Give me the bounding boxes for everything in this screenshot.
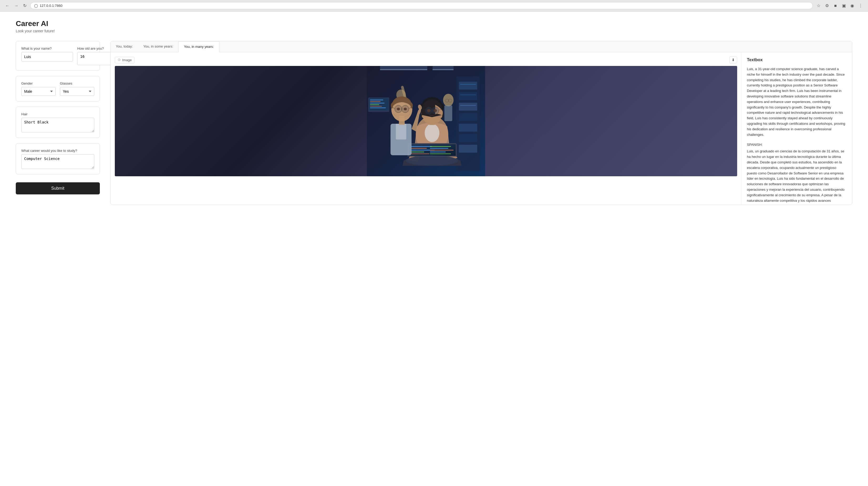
name-input[interactable] <box>21 52 73 61</box>
forward-button[interactable]: → <box>13 2 20 9</box>
scene-svg <box>115 66 737 176</box>
submit-button[interactable]: Submit <box>16 182 100 194</box>
download-button[interactable]: ⬇ <box>729 57 737 63</box>
gender-glasses-section: Gender Male Female Other Glasses Yes No <box>16 76 100 101</box>
textbox-title: Textbox <box>747 58 847 62</box>
tab-content: ⚆ Image ⬇ <box>111 52 852 205</box>
career-group: What career would you like to study? Com… <box>21 149 94 169</box>
settings-icon[interactable]: ⚙ <box>824 3 830 9</box>
page-content: Career AI Look your career future! What … <box>0 11 868 486</box>
form-panel: What is your name? How old are you? 16 G… <box>16 41 100 194</box>
gender-label: Gender <box>21 82 56 85</box>
address-bar[interactable]: ◯ 127.0.0.1:7860 <box>30 2 813 9</box>
textbox-section: Textbox Luis, a 31-year-old computer sci… <box>742 52 852 205</box>
hair-label: Hair <box>21 112 94 116</box>
tabs-bar: You, today: You, in some years: You, in … <box>111 41 852 52</box>
tab-today[interactable]: You, today: <box>111 41 138 52</box>
image-header: ⚆ Image ⬇ <box>115 57 737 63</box>
svg-rect-69 <box>367 66 485 176</box>
bookmark-icon[interactable]: ☆ <box>815 3 822 9</box>
browser-icons: ☆ ⚙ ■ ▣ ◉ ⋮ <box>815 3 864 9</box>
gender-group: Gender Male Female Other <box>21 82 56 96</box>
name-label: What is your name? <box>21 47 73 51</box>
image-icon: ⚆ <box>118 58 121 62</box>
career-label: What career would you like to study? <box>21 149 94 153</box>
glasses-select[interactable]: Yes No <box>60 87 94 96</box>
image-label-text: Image <box>122 58 132 62</box>
lock-icon: ◯ <box>34 4 38 8</box>
english-text: Luis, a 31-year-old computer science gra… <box>747 66 847 138</box>
apps-icon[interactable]: ▣ <box>841 3 847 9</box>
tab-many-years[interactable]: You, in many years: <box>178 41 219 52</box>
profile-icon[interactable]: ◉ <box>849 3 856 9</box>
name-group: What is your name? <box>21 47 73 65</box>
scene-image <box>115 66 737 176</box>
back-button[interactable]: ← <box>4 2 10 9</box>
image-section: ⚆ Image ⬇ <box>111 52 742 205</box>
page-title: Career AI <box>16 20 852 28</box>
career-section: What career would you like to study? Com… <box>16 143 100 175</box>
hair-input[interactable]: Short Black <box>21 118 94 132</box>
gender-select[interactable]: Male Female Other <box>21 87 56 96</box>
name-age-section: What is your name? How old are you? 16 <box>16 41 100 71</box>
main-layout: What is your name? How old are you? 16 G… <box>16 41 852 205</box>
browser-chrome: ← → ↻ ◯ 127.0.0.1:7860 ☆ ⚙ ■ ▣ ◉ ⋮ <box>0 0 868 11</box>
hair-section: Hair Short Black <box>16 107 100 138</box>
right-panel: You, today: You, in some years: You, in … <box>110 41 852 205</box>
hair-group: Hair Short Black <box>21 112 94 132</box>
glasses-group: Glasses Yes No <box>60 82 94 96</box>
spanish-label: SPANISH: <box>747 143 847 147</box>
reload-button[interactable]: ↻ <box>22 2 28 9</box>
tab-some-years[interactable]: You, in some years: <box>138 41 179 52</box>
career-input[interactable]: Computer Science <box>21 154 94 169</box>
menu-icon[interactable]: ⋮ <box>858 3 864 9</box>
image-label: ⚆ Image <box>115 57 134 63</box>
url-text: 127.0.0.1:7860 <box>40 4 63 8</box>
gender-glasses-row: Gender Male Female Other Glasses Yes No <box>21 82 94 96</box>
name-age-row: What is your name? How old are you? 16 <box>21 47 94 65</box>
spanish-text: Luis, un graduado en ciencias de la comp… <box>747 149 847 205</box>
glasses-label: Glasses <box>60 82 94 85</box>
page-subtitle: Look your career future! <box>16 29 852 33</box>
extensions-icon[interactable]: ■ <box>832 3 839 9</box>
